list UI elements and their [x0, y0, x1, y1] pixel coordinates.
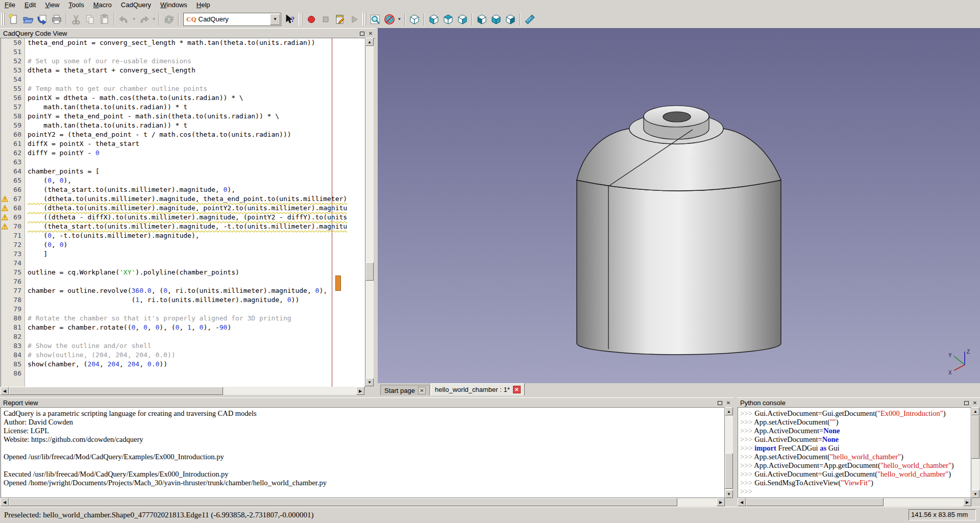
code-horizontal-scrollbar[interactable]: ◀ ▶ [1, 387, 364, 395]
python-console-title: Python console ✕ [737, 397, 980, 408]
line-number: 67 [1, 194, 21, 204]
redo-dropdown-arrow[interactable]: ▼ [151, 12, 157, 26]
tab-close-icon[interactable]: ✕ [513, 386, 521, 393]
console-line: >>> App.setActiveDocument("") [740, 418, 971, 427]
scroll-left-button[interactable]: ◀ [738, 498, 746, 506]
panel-splitter[interactable] [733, 397, 737, 507]
line-number: 53 [1, 66, 21, 75]
report-horizontal-scrollbar[interactable]: ◀ ▶ [1, 498, 725, 506]
chamber-3d-model: Z Y X [378, 28, 980, 383]
line-number: 78 [1, 295, 21, 305]
3d-viewport[interactable]: Z Y X [378, 28, 980, 383]
scroll-thumb[interactable] [9, 387, 223, 395]
copy-button [83, 12, 97, 26]
scroll-up-button[interactable]: ▲ [365, 38, 374, 46]
console-line: >>> App.setActiveDocument("hello_world_c… [740, 453, 971, 461]
menu-cadquery[interactable]: CadQuery [116, 0, 156, 10]
open-file-button[interactable] [21, 12, 35, 26]
float-panel-button[interactable] [716, 400, 723, 406]
line-number: 55 [1, 84, 21, 93]
menu-edit[interactable]: Edit [20, 0, 40, 10]
menu-tools[interactable]: Tools [64, 0, 88, 10]
view-top-button[interactable] [441, 12, 455, 26]
scroll-down-button[interactable]: ▼ [365, 378, 374, 386]
whats-this-button[interactable]: ? [283, 12, 298, 26]
view-bottom-button[interactable] [489, 12, 503, 26]
close-panel-button[interactable]: ✕ [971, 400, 978, 406]
tab-hello-world-chamber[interactable]: hello_world_chamber : 1* ✕ [431, 383, 525, 395]
line-number: 81 [1, 323, 21, 332]
scroll-thumb[interactable] [365, 262, 374, 281]
console-vertical-scrollbar[interactable]: ▲ ▼ [971, 407, 979, 498]
open-file-icon [22, 14, 34, 25]
scroll-up-button[interactable]: ▲ [725, 407, 733, 415]
menu-view[interactable]: View [40, 0, 64, 10]
scroll-thumb[interactable] [746, 498, 884, 506]
scroll-up-button[interactable]: ▲ [971, 407, 979, 415]
code-line: 54 [1, 75, 365, 84]
float-panel-button[interactable] [963, 400, 970, 406]
save-file-button[interactable] [35, 12, 50, 26]
scroll-thumb[interactable] [725, 453, 733, 489]
line-number: 79 [1, 305, 21, 314]
svg-text:X: X [948, 370, 952, 376]
scroll-right-button[interactable]: ▶ [356, 387, 364, 395]
line-number: 77 [1, 286, 21, 295]
menu-file[interactable]: File [0, 0, 20, 10]
scroll-left-button[interactable]: ◀ [1, 498, 9, 506]
workbench-selector[interactable]: CQ CadQuery ▼ [183, 13, 281, 26]
code-editor[interactable]: 50theta_end_point = converg_sect_length … [1, 38, 365, 387]
line-number: 60 [1, 130, 21, 139]
scroll-thumb[interactable] [9, 498, 677, 506]
float-panel-button[interactable] [358, 30, 365, 37]
chevron-down-icon[interactable]: ▼ [270, 14, 280, 25]
measure-distance-button[interactable] [523, 12, 537, 26]
toolbar-drag-handle[interactable] [299, 13, 303, 26]
code-line: 59 math.tan(theta.to(units.radian)) * t [1, 121, 365, 130]
scroll-down-button[interactable]: ▼ [971, 490, 979, 498]
python-console-log[interactable]: >>> Gui.ActiveDocument=Gui.getDocument("… [738, 407, 971, 498]
code-line: 63 [1, 158, 365, 167]
view-front-button[interactable] [427, 12, 441, 26]
menu-windows[interactable]: Windows [156, 0, 192, 10]
menu-macro[interactable]: Macro [89, 0, 116, 10]
report-view-panel: Report view ✕ CadQuery is a parametric s… [0, 397, 733, 507]
menu-help[interactable]: Help [192, 0, 215, 10]
report-log[interactable]: CadQuery is a parametric scripting langu… [1, 407, 725, 498]
view-left-button[interactable] [503, 12, 518, 26]
svg-text:?: ? [291, 16, 295, 23]
code-line: 85show(chamber, (204, 204, 204, 0.0)) [1, 360, 365, 369]
scroll-thumb[interactable] [971, 415, 979, 459]
scroll-left-button[interactable]: ◀ [1, 387, 9, 395]
report-vertical-scrollbar[interactable]: ▲ ▼ [725, 407, 733, 498]
draw-style-dropdown-arrow[interactable]: ▼ [397, 12, 402, 26]
scroll-right-button[interactable]: ▶ [717, 498, 725, 506]
print-button[interactable] [50, 12, 64, 26]
macro-edit-button[interactable] [333, 12, 347, 26]
toolbar-drag-handle[interactable] [362, 13, 366, 26]
tab-start-page[interactable]: Start page ✕ [380, 385, 430, 395]
view-rear-button[interactable] [475, 12, 489, 26]
tab-close-icon[interactable]: ✕ [418, 387, 426, 394]
console-horizontal-scrollbar[interactable]: ◀ ▶ [738, 498, 971, 506]
throat-hole [663, 112, 691, 122]
new-file-button[interactable] [7, 12, 21, 26]
view-right-button[interactable] [455, 12, 470, 26]
draw-style-icon [384, 14, 395, 25]
macro-record-button[interactable] [304, 12, 318, 26]
scroll-down-button[interactable]: ▼ [725, 490, 733, 498]
close-panel-button[interactable]: ✕ [725, 400, 732, 406]
view-fit-all-button[interactable] [368, 12, 382, 26]
line-number: 50 [1, 38, 21, 47]
close-panel-button[interactable]: ✕ [367, 30, 374, 37]
scroll-right-button[interactable]: ▶ [963, 498, 971, 506]
save-file-icon [37, 14, 48, 25]
code-view-title-label: CadQuery Code View [3, 30, 67, 37]
view-axonometric-icon [409, 14, 420, 25]
toolbar-separator [66, 13, 67, 26]
view-axonometric-button[interactable] [407, 12, 422, 26]
draw-style-button[interactable] [382, 12, 397, 26]
code-vertical-scrollbar[interactable]: ▲ ▼ [365, 38, 374, 386]
toolbar-drag-handle[interactable] [1, 13, 5, 26]
undo-dropdown-arrow[interactable]: ▼ [131, 12, 137, 26]
